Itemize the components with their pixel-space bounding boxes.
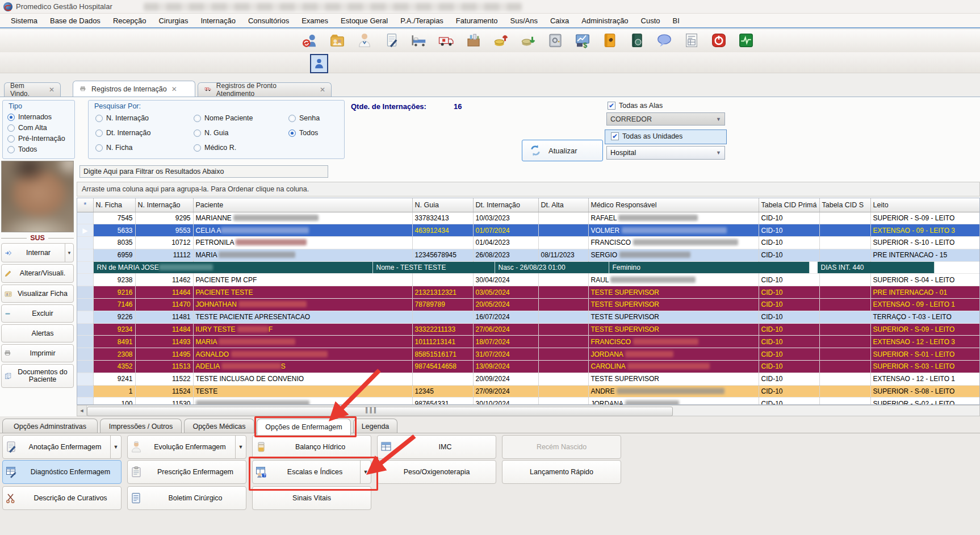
menu-item-interna-o[interactable]: Internação xyxy=(194,16,241,25)
table-row[interactable]: 75459295MARIANNE 33783241310/03/2023RAFA… xyxy=(77,212,980,224)
bottom-tab-legenda[interactable]: Legenda xyxy=(353,419,397,433)
pesquisar-radio-n-ficha[interactable]: N. Ficha xyxy=(95,144,133,152)
revenue-up-button[interactable] xyxy=(492,31,510,49)
chevron-down-icon[interactable]: ▼ xyxy=(360,461,371,483)
column-header-*[interactable]: * xyxy=(77,198,93,212)
pesquisar-radio-dt-interna-o[interactable]: Dt. Internação xyxy=(95,129,151,137)
table-row[interactable]: 922611481TESTE PACIENTE APRESENTACAO16/0… xyxy=(77,311,980,323)
users-folder-button[interactable] xyxy=(328,31,346,49)
button-evolu-o-enfermagem[interactable]: Evolução Enfermagem▼ xyxy=(127,435,246,459)
menu-item-estoque-geral[interactable]: Estoque Geral xyxy=(334,16,394,25)
bottom-tab-op-es-m-dicas[interactable]: Opções Médicas xyxy=(184,419,254,433)
table-row[interactable]: RN de MARIA JOSENome - TESTE TESTENasc -… xyxy=(77,261,980,274)
scrollbar-thumb[interactable] xyxy=(87,407,673,416)
table-row[interactable]: 923411484IURY TESTE F3332221113327/06/20… xyxy=(77,323,980,336)
sidebar-button-alertas[interactable]: Alertas xyxy=(1,324,74,342)
menu-item-custo[interactable]: Custo xyxy=(635,16,667,25)
supplies-button[interactable] xyxy=(464,31,483,49)
pesquisar-radio-senha[interactable]: Senha xyxy=(288,114,320,122)
button-descri-o-de-curativos[interactable]: Descrição de Curativos xyxy=(2,486,122,510)
todas-alas-checkbox[interactable]: ✔ Todas as Alas xyxy=(608,102,663,110)
atualizar-button[interactable]: Atualizar xyxy=(522,140,603,161)
menu-item-p-a-terapias[interactable]: P.A./Terapias xyxy=(394,16,450,25)
grid-h-scrollbar[interactable]: ◄ ▌▌▌ xyxy=(77,405,980,416)
table-row[interactable]: 111524TESTE1234527/09/2024ANDRE CID-10SU… xyxy=(77,385,980,398)
column-header-N. Internação[interactable]: N. Internação xyxy=(135,198,193,212)
button-sinais-vitais[interactable]: Sinais Vitais xyxy=(252,486,371,510)
invoice-button[interactable] xyxy=(682,31,701,49)
doctor-button[interactable] xyxy=(355,31,374,49)
sidebar-button-excluir[interactable]: Excluir xyxy=(1,304,74,323)
column-header-Dt. Alta[interactable]: Dt. Alta xyxy=(538,198,588,212)
unidade-combobox[interactable]: Hospital ▼ xyxy=(606,146,725,160)
column-header-N. Guia[interactable]: N. Guia xyxy=(412,198,473,212)
bottom-tab-op-es-de-enfermagem[interactable]: Opções de Enfermagem xyxy=(257,419,351,435)
bottom-tab-op-es-adminstrativas[interactable]: Opções Adminstrativas xyxy=(2,419,98,433)
chevron-down-icon[interactable]: ▼ xyxy=(65,244,73,262)
table-row[interactable]: 1001153098765433130/10/2024JORDANA CID-1… xyxy=(77,398,980,405)
sidebar-button-documentos-do-paciente[interactable]: Documentos do Paciente xyxy=(1,364,74,388)
button-prescri-o-enfermagem[interactable]: Prescrição Enfermagem xyxy=(127,460,246,484)
prescription-button[interactable] xyxy=(383,31,401,49)
pesquisar-radio-m-dico-r-[interactable]: Médico R. xyxy=(194,144,236,152)
chat-button[interactable] xyxy=(655,31,673,49)
column-header-Dt. Internação[interactable]: Dt. Internação xyxy=(473,198,538,212)
todas-unidades-checkbox[interactable]: ✔ Todas as Unidades xyxy=(611,132,682,140)
button-lan-amento-r-pido[interactable]: Lançamento Rápido xyxy=(502,460,621,484)
tab-registros-de-pronto-atendimento[interactable]: Registros de Pronto Atendimento✕ xyxy=(198,82,332,97)
tipo-radio-pr-interna-o[interactable]: Pré-Internação xyxy=(7,135,65,143)
close-icon[interactable]: ✕ xyxy=(171,85,177,93)
menu-item-faturamento[interactable]: Faturamento xyxy=(450,16,504,25)
column-header-Médico Responsável[interactable]: Médico Responsável xyxy=(588,198,759,212)
patient-blue-icon[interactable] xyxy=(310,54,328,73)
table-row[interactable]: 435211513ADELIA S9874541465813/09/2024CA… xyxy=(77,361,980,373)
chevron-down-icon[interactable]: ▼ xyxy=(110,436,121,458)
chevron-down-icon[interactable]: ▼ xyxy=(235,436,246,458)
menu-item-sistema[interactable]: Sistema xyxy=(5,16,44,25)
menu-item-consult-rios[interactable]: Consultórios xyxy=(242,16,295,25)
column-header-Leito[interactable]: Leito xyxy=(870,198,980,212)
pesquisar-radio-n-guia[interactable]: N. Guia xyxy=(194,129,228,137)
finance-chart-button[interactable]: $ xyxy=(573,31,592,49)
table-row[interactable]: 695911112MARIA 1234567894526/08/202308/1… xyxy=(77,249,980,261)
column-header-Tabela CID Primá[interactable]: Tabela CID Primá xyxy=(759,198,819,212)
ledger-book-button[interactable] xyxy=(628,31,646,49)
pesquisar-radio-nome-paciente[interactable]: Nome Paciente xyxy=(194,114,253,122)
table-row[interactable]: 714611470JOHNATHAN 7878978920/05/2024TES… xyxy=(77,299,980,311)
table-row[interactable]: 923811462PACIENTE PM CPF30/04/2024RAUL C… xyxy=(77,274,980,286)
sidebar-button-internar[interactable]: Internar▼ xyxy=(1,243,74,262)
group-by-hint[interactable]: Arraste uma coluna aqui para agrupa-la. … xyxy=(77,182,980,197)
button-balan-o-h-drico[interactable]: Balanço Hídrico xyxy=(252,435,371,459)
menu-item-caixa[interactable]: Caixa xyxy=(544,16,575,25)
tipo-radio-com-alta[interactable]: Com Alta xyxy=(7,124,47,132)
table-row[interactable]: 921611464PACIENTE TESTE2132131232103/05/… xyxy=(77,286,980,299)
phone-directory-button[interactable] xyxy=(601,31,619,49)
bottom-tab-impress-es-outros[interactable]: Impressões / Outros xyxy=(100,419,182,433)
ambulance-button[interactable] xyxy=(437,31,455,49)
results-filter-input[interactable] xyxy=(79,165,328,178)
table-row[interactable]: 803510712PETRONILA 01/04/2023FRANCISCO C… xyxy=(77,237,980,249)
sidebar-button-alterar-visuali-[interactable]: Alterar/Visuali. xyxy=(1,264,74,283)
tab-bem-vindo-[interactable]: Bem Vindo.✕ xyxy=(4,82,61,97)
button-boletim-cir-rgico[interactable]: Boletim Cirúrgico xyxy=(127,486,246,510)
pesquisar-radio-todos[interactable]: Todos xyxy=(288,129,318,137)
menu-item-cirurgias[interactable]: Cirurgias xyxy=(152,16,194,25)
menu-item-exames[interactable]: Exames xyxy=(295,16,334,25)
tipo-radio-internados[interactable]: Internados xyxy=(7,113,52,121)
sidebar-button-imprimir[interactable]: Imprimir xyxy=(1,344,74,362)
vitals-monitor-button[interactable] xyxy=(737,31,755,49)
table-row[interactable]: 230811495AGNALDO 8585151617131/07/2024JO… xyxy=(77,348,980,361)
button-imc[interactable]: IMC xyxy=(377,435,496,459)
tipo-radio-todos[interactable]: Todos xyxy=(7,145,37,153)
scroll-left-icon[interactable]: ◄ xyxy=(77,406,87,416)
column-header-N. Ficha[interactable]: N. Ficha xyxy=(93,198,135,212)
power-button[interactable] xyxy=(710,31,728,49)
column-header-Paciente[interactable]: Paciente xyxy=(193,198,412,212)
menu-item-administra-o[interactable]: Administração xyxy=(575,16,634,25)
menu-item-base-de-dados[interactable]: Base de Dados xyxy=(44,16,107,25)
pesquisar-radio-n-interna-o[interactable]: N. Internação xyxy=(95,114,149,122)
table-row[interactable]: ▶56339553CELIA A46391243401/07/2024VOLME… xyxy=(77,224,980,237)
button-anota-o-enfermagem[interactable]: Anotação Enfermagem▼ xyxy=(2,435,122,459)
expense-down-button[interactable] xyxy=(519,31,537,49)
safe-button[interactable] xyxy=(546,31,564,49)
